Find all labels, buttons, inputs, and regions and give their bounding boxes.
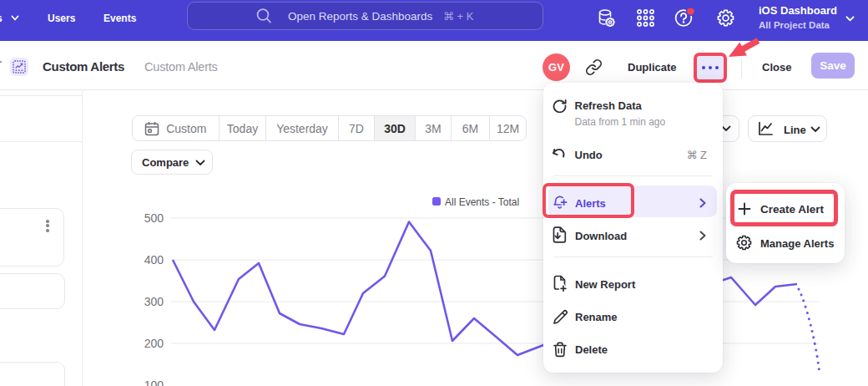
svg-text:100: 100 — [144, 378, 164, 386]
svg-text:300: 300 — [144, 295, 164, 308]
svg-text:400: 400 — [144, 253, 164, 267]
svg-text:200: 200 — [144, 337, 164, 350]
svg-text:500: 500 — [144, 211, 164, 225]
